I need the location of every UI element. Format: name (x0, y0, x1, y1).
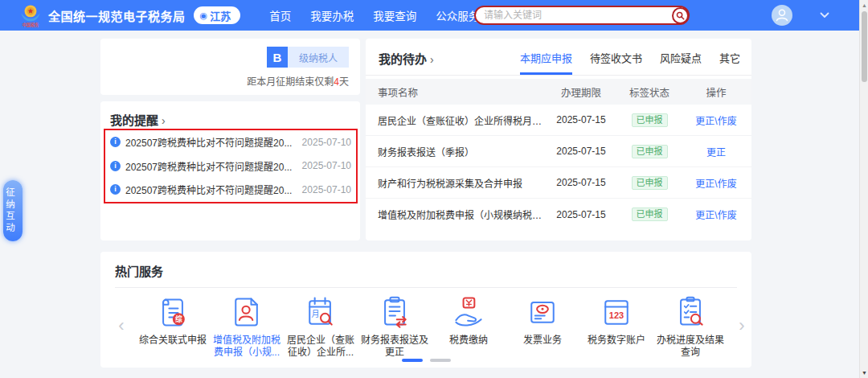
invoice-business-icon (525, 293, 560, 331)
reminder-list: i 202507跨税费种比对不符问题提醒20... 2025-07-10 i 2… (104, 129, 358, 203)
search-icon (676, 11, 685, 20)
reminder-text: 202507跨税费种比对不符问题提醒20... (125, 159, 292, 173)
nav-handle-tax[interactable]: 我要办税 (310, 7, 354, 23)
action-link[interactable]: 更正\作废 (695, 210, 736, 221)
table-row: 财务报表报送（季报） 2025-07-15 已申报 更正 (366, 136, 751, 167)
scrollbar-down-arrow[interactable]: ▼ (860, 368, 868, 377)
todos-header: 我的待办› 本期应申报 待签收文书 风险疑点 其它 (366, 39, 751, 76)
my-todos-card: 我的待办› 本期应申报 待签收文书 风险疑点 其它 事项名称 办理期限 标签状态… (366, 39, 751, 240)
todo-action-cell: 更正 (681, 145, 751, 158)
service-comprehensive-declaration[interactable]: 综 综合关联式申报 (136, 293, 210, 359)
nav-home[interactable]: 首页 (269, 7, 291, 23)
location-pin-icon: ◉ (200, 10, 208, 21)
interaction-float-button[interactable]: 征纳互动 (3, 180, 23, 241)
service-label: 办税进度及结果查询 (653, 335, 727, 359)
search-input[interactable] (476, 10, 672, 21)
service-label: 税务数字账户 (588, 335, 645, 347)
tab-current-declarations[interactable]: 本期应申报 (520, 50, 572, 75)
deadline-days: 4 (334, 76, 339, 88)
tab-others[interactable]: 其它 (719, 50, 740, 75)
progress-query-icon (673, 293, 708, 331)
user-menu-chevron[interactable] (820, 12, 829, 18)
comprehensive-declaration-icon: 综 (155, 293, 190, 331)
status-badge: 已申报 (632, 207, 668, 221)
pagination-dash-active[interactable] (402, 359, 423, 362)
grade-badge: B (267, 47, 288, 68)
tax-emblem-icon: 中国税务 (19, 3, 42, 27)
reminders-title: 我的提醒› (110, 111, 350, 128)
user-avatar[interactable] (772, 5, 792, 26)
service-label: 财务报表报送及更正 (358, 335, 432, 359)
reminder-date: 2025-07-10 (296, 137, 351, 148)
hot-services-card: 热门服务 ‹ 综 综合关联式申报 (100, 252, 751, 368)
scrollbar-thumb[interactable] (862, 11, 867, 82)
region-name: 江苏 (210, 8, 231, 23)
action-link[interactable]: 更正 (706, 147, 726, 158)
deadline-prefix: 距本月征期结束仅剩 (247, 76, 334, 88)
service-invoice-business[interactable]: 发票业务 (506, 293, 579, 359)
table-row: 财产和行为税税源采集及合并申报 2025-07-15 已申报 更正\作废 (366, 167, 751, 199)
reminder-item[interactable]: i 202507跨税费种比对不符问题提醒20... 2025-07-10 (110, 130, 351, 154)
table-row: 居民企业（查账征收）企业所得税月（... 2025-07-15 已申报 更正\作… (366, 105, 751, 136)
services-carousel: ‹ 综 综合关联式申报 (115, 293, 737, 359)
reminders-title-text: 我的提醒 (110, 113, 158, 127)
header-search (474, 6, 690, 25)
tab-documents-to-sign[interactable]: 待签收文书 (590, 50, 642, 75)
status-badge: 已申报 (632, 113, 668, 127)
nav-query[interactable]: 我要查询 (373, 7, 416, 23)
todo-action-cell: 更正\作废 (681, 176, 751, 190)
user-icon (772, 5, 792, 26)
service-vat-declaration[interactable]: 增值税及附加税费申报（小规... (210, 293, 284, 359)
todo-deadline: 2025-07-15 (544, 209, 618, 220)
reminders-more-chevron[interactable]: › (162, 114, 166, 127)
todo-deadline: 2025-07-15 (544, 146, 618, 157)
vat-declaration-icon (229, 293, 264, 331)
col-status: 标签状态 (618, 84, 681, 100)
reminder-item[interactable]: i 202507跨税费种比对不符问题提醒20... 2025-07-10 (110, 178, 351, 202)
svg-text:综: 综 (175, 314, 182, 323)
service-tax-payment[interactable]: 税费缴纳 (432, 293, 506, 359)
service-label: 增值税及附加税费申报（小规... (210, 335, 284, 359)
todos-more-chevron[interactable]: › (430, 53, 434, 66)
nav-public-service[interactable]: 公众服务 (436, 7, 479, 23)
reminder-date: 2025-07-10 (296, 160, 351, 171)
search-button[interactable] (672, 7, 689, 24)
page-scrollbar[interactable]: ▲ ▼ (859, 0, 868, 378)
service-resident-enterprise-tax[interactable]: 月 居民企业（查账征收）企业所... (284, 293, 358, 359)
reminder-text: 202507跨税费种比对不符问题提醒20... (125, 183, 292, 196)
digital-account-icon: 123 (599, 293, 634, 331)
todo-status: 已申报 (618, 176, 681, 190)
col-item-name: 事项名称 (366, 84, 544, 100)
todo-name: 财务报表报送（季报） (366, 145, 544, 158)
reminder-text: 202507跨税费种比对不符问题提醒20... (125, 135, 292, 149)
action-link[interactable]: 更正\作废 (695, 116, 736, 127)
svg-text:123: 123 (609, 310, 624, 320)
my-reminders-card: 我的提醒› i 202507跨税费种比对不符问题提醒20... 2025-07-… (100, 101, 360, 240)
carousel-prev-button[interactable]: ‹ (115, 317, 128, 335)
top-header: 中国税务 全国统一规范电子税务局 ◉ 江苏 首页 我要办税 我要查询 公众服务 … (0, 0, 868, 31)
deadline-suffix: 天 (339, 76, 349, 88)
todo-name: 增值税及附加税费申报（小规模纳税人） (366, 207, 544, 221)
tab-risk-concerns[interactable]: 风险疑点 (660, 50, 702, 75)
service-progress-query[interactable]: 办税进度及结果查询 (653, 293, 727, 359)
taxpayer-grade-card: B 级纳税人 距本月征期结束仅剩4天 (100, 39, 360, 95)
china-tax-logo: 中国税务 (19, 3, 42, 27)
todo-name: 居民企业（查账征收）企业所得税月（... (366, 113, 544, 127)
col-action: 操作 (681, 84, 751, 100)
carousel-next-button[interactable]: › (735, 317, 748, 335)
tax-payment-icon (451, 293, 486, 331)
reminder-item[interactable]: i 202507跨税费种比对不符问题提醒20... 2025-07-10 (110, 154, 351, 179)
todo-name: 财产和行为税税源采集及合并申报 (366, 176, 544, 190)
todo-status: 已申报 (618, 207, 681, 221)
region-selector[interactable]: ◉ 江苏 (194, 6, 241, 24)
service-financial-report[interactable]: 财务报表报送及更正 (358, 293, 432, 359)
info-icon: i (110, 161, 121, 171)
table-row: 增值税及附加税费申报（小规模纳税人） 2025-07-15 已申报 更正\作废 (366, 199, 751, 230)
todo-status: 已申报 (618, 113, 681, 127)
scrollbar-up-arrow[interactable]: ▲ (860, 1, 868, 10)
todos-table-header: 事项名称 办理期限 标签状态 操作 (366, 79, 751, 105)
divider (115, 287, 737, 288)
service-digital-account[interactable]: 123 税务数字账户 (579, 293, 653, 359)
pagination-dash[interactable] (430, 359, 451, 362)
action-link[interactable]: 更正\作废 (695, 179, 736, 190)
